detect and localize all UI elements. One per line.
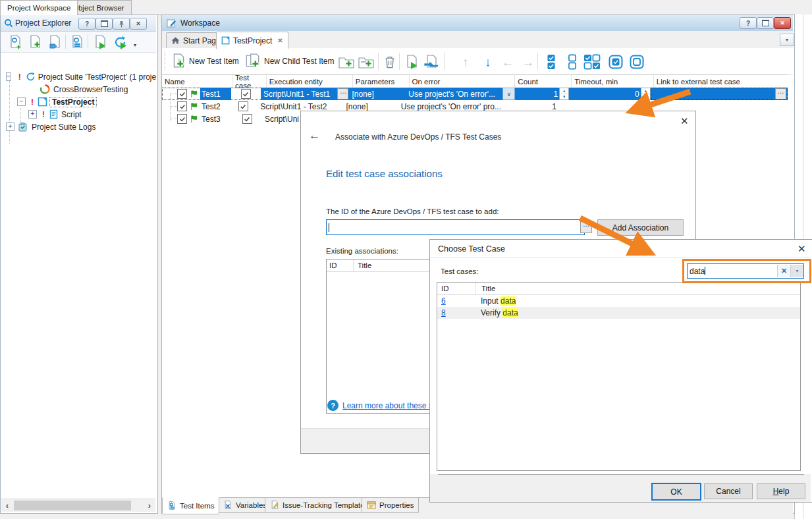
toolbar-overflow-caret[interactable]: ▾ (134, 42, 136, 48)
back-button[interactable]: ← (309, 130, 320, 141)
dialog-close-button[interactable]: ✕ (680, 115, 689, 127)
table-row-test1[interactable]: Test1 Script\Unit1 - Test1 … [none] Use … (162, 88, 788, 100)
panel-restore-button[interactable] (95, 18, 113, 30)
toolbar-separator (537, 53, 538, 70)
expand-icon[interactable]: + (28, 110, 37, 119)
uncheck-all-button[interactable] (564, 53, 581, 70)
scroll-right-button[interactable]: › (144, 499, 155, 512)
cell-on-error[interactable]: Use project's 'On error'... ∨ (406, 88, 515, 100)
cell-link-external[interactable]: … (651, 88, 788, 100)
tab-variables[interactable]: Variables (218, 498, 272, 513)
test-case-id-input[interactable] (326, 219, 585, 235)
scroll-left-button[interactable]: ‹ (1, 499, 13, 512)
scrollbar-thumb[interactable] (14, 501, 131, 510)
add-new-project-button[interactable] (6, 33, 24, 51)
test-case-row-8[interactable]: 8 Verify data (437, 307, 800, 319)
browse-test-case-button[interactable]: … (580, 221, 592, 233)
close-tab-icon[interactable]: ✕ (277, 37, 283, 44)
timeout-spinner[interactable]: ▲▼ (641, 88, 651, 100)
new-child-group-button[interactable] (358, 53, 375, 70)
tab-list-dropdown-button[interactable]: ▾ (780, 34, 794, 46)
open-file-button[interactable] (45, 33, 63, 51)
test-case-title: Input data (475, 296, 516, 306)
test-case-id-link[interactable]: 8 (437, 308, 475, 317)
cell-execution-entity[interactable]: Script\Unit1 - Test1 … (261, 88, 349, 100)
tab-properties[interactable]: Properties (362, 498, 419, 513)
invert-checks-button[interactable] (583, 53, 601, 70)
add-existing-item-button[interactable] (68, 33, 86, 51)
collapse-icon[interactable]: − (6, 72, 11, 81)
tab-test-items[interactable]: Test Items (162, 497, 219, 514)
learn-more-link[interactable]: Learn more about these set (342, 401, 439, 410)
test-items-grid-header: Name Test case Execution entity Paramete… (162, 74, 788, 88)
horizontal-scrollbar[interactable]: ‹ › (1, 499, 155, 512)
tree-item-crossbrowsertesting[interactable]: CrossBrowserTesting (1, 83, 156, 96)
new-item-button[interactable] (26, 33, 43, 51)
run-project-suite-button[interactable] (111, 33, 129, 51)
tab-issue-tracking-templates[interactable]: Issue-Tracking Templates (265, 498, 373, 513)
new-child-test-item-button[interactable]: New Child Test Item (242, 51, 337, 71)
workspace-help-button[interactable]: ? (740, 17, 757, 29)
panel-close-button[interactable]: ✕ (130, 18, 147, 30)
run-selected-button[interactable] (403, 53, 420, 70)
dialog-close-button[interactable]: ✕ (798, 243, 806, 255)
test-case-row-6[interactable]: 6 Input data (437, 295, 800, 307)
test-case-id-link[interactable]: 6 (437, 296, 475, 306)
row-checkbox[interactable] (177, 89, 187, 99)
test-cases-list[interactable]: ID Title 6 Input data 8 Verify data (437, 282, 801, 471)
move-up-button[interactable]: ↑ (457, 53, 474, 70)
new-test-item-button[interactable]: New Test Item (169, 51, 242, 71)
browse-link-button[interactable]: … (775, 88, 786, 99)
new-group-button[interactable] (338, 53, 355, 70)
tree-item-project-suite-logs[interactable]: + Project Suite Logs (1, 121, 156, 133)
test-case-checkbox[interactable] (238, 101, 248, 111)
tab-project-workspace[interactable]: Project Workspace (0, 0, 78, 15)
timeout-value: 0 (635, 90, 639, 99)
test-case-checkbox[interactable] (241, 89, 251, 99)
tree-item-testproject[interactable]: − ! TestProject (1, 96, 156, 108)
cell-parameters[interactable]: [none] (349, 88, 406, 100)
id-link[interactable]: 6 (441, 296, 446, 306)
delete-button[interactable] (381, 53, 398, 70)
spinner-down-icon: ▼ (641, 94, 650, 99)
uncheck-selected-button[interactable] (628, 53, 645, 70)
check-selected-button[interactable] (607, 53, 624, 70)
move-left-button[interactable]: ← (499, 53, 516, 70)
button-label: OK (670, 487, 682, 497)
question-mark: ? (331, 402, 335, 410)
cell-timeout[interactable]: 0 ▲▼ (569, 88, 650, 100)
run-project-button[interactable] (91, 33, 109, 51)
tab-testproject[interactable]: TestProject ✕ (216, 32, 288, 49)
panel-pin-button[interactable] (113, 18, 130, 30)
check-all-button[interactable] (543, 53, 560, 70)
count-spinner[interactable]: ▲▼ (559, 88, 569, 100)
panel-help-button[interactable]: ? (78, 18, 95, 30)
ok-button[interactable]: OK (651, 483, 701, 501)
workspace-icon (167, 18, 176, 28)
cancel-button[interactable]: Cancel (704, 483, 753, 499)
project-tree: − ! Project Suite 'TestProject' (1 proje… (1, 53, 156, 499)
collapse-icon[interactable]: − (17, 97, 26, 106)
move-down-button[interactable]: ↓ (479, 53, 497, 70)
test-case-checkbox[interactable] (242, 114, 252, 124)
browse-execution-entity-button[interactable]: … (337, 88, 348, 99)
row-checkbox[interactable] (177, 101, 187, 111)
row-checkbox[interactable] (177, 114, 187, 124)
tree-item-project-suite[interactable]: − ! Project Suite 'TestProject' (1 proje… (1, 70, 156, 83)
workspace-restore-button[interactable] (757, 17, 774, 29)
move-right-button[interactable]: → (520, 53, 537, 70)
tree-item-script[interactable]: + ! Script (1, 108, 156, 121)
expand-icon[interactable]: + (6, 123, 14, 131)
add-association-button[interactable]: Add Association (597, 219, 684, 236)
workspace-close-button[interactable]: ✕ (774, 17, 791, 29)
id-link[interactable]: 8 (441, 308, 446, 317)
on-error-dropdown-button[interactable]: ∨ (502, 88, 515, 100)
uncheck-all-icon (568, 54, 577, 70)
button-label: Add Association (612, 223, 668, 232)
toolbar-separator (399, 53, 400, 70)
cell-count[interactable]: 1 ▲▼ (515, 88, 569, 100)
button-label: New Child Test Item (264, 57, 334, 66)
convert-to-test-case-button[interactable] (423, 53, 440, 70)
column-header-count: Count (515, 75, 572, 88)
help-button[interactable]: Help (757, 483, 805, 499)
